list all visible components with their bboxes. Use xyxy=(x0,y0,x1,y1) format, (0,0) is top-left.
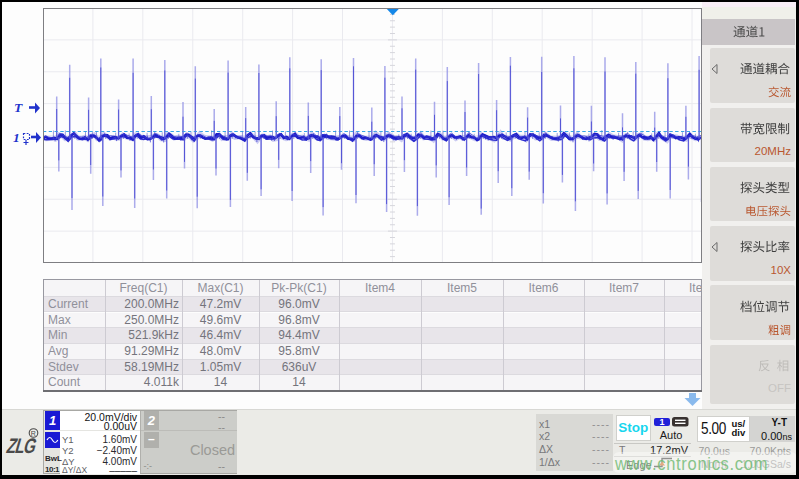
svg-text:1: 1 xyxy=(13,130,20,145)
svg-text:R: R xyxy=(31,430,36,437)
svg-text:T: T xyxy=(14,100,23,115)
